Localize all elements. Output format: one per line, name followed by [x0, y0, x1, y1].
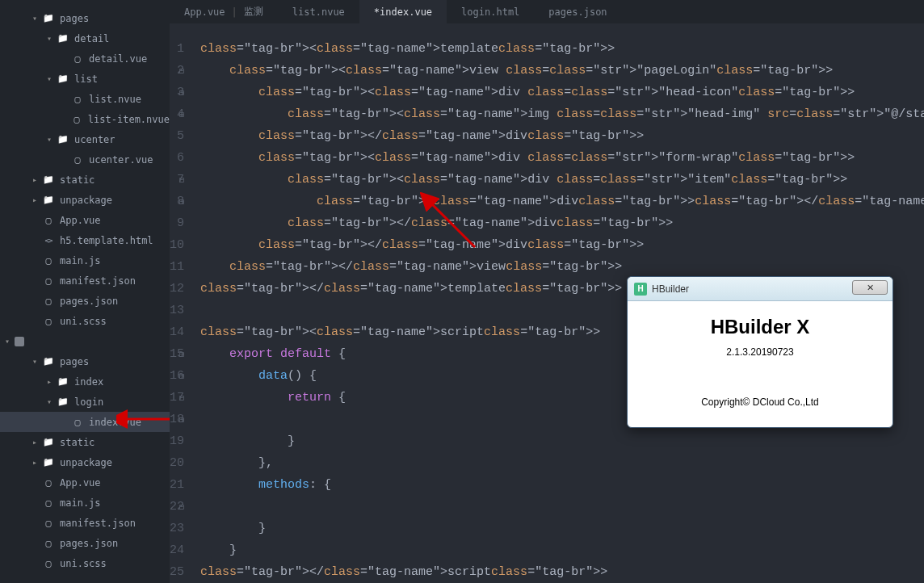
file-icon [42, 537, 55, 550]
file-icon [42, 214, 55, 227]
file-tree-sidebar[interactable]: pagesdetaildetail.vuelistlist.nvuelist-i… [0, 0, 170, 583]
tree-item-label: list [74, 73, 98, 85]
editor-tabs: App.vue | 监测 list.nvue *index.vue login.… [170, 0, 924, 23]
tab-label: pages.json [548, 6, 607, 18]
dialog-titlebar[interactable]: H HBuilder ✕ [628, 277, 892, 301]
tree-item-label: static [60, 437, 94, 448]
tree-item[interactable]: pages.json [0, 291, 170, 311]
tree-item-label: App.vue [60, 477, 101, 489]
tree-item[interactable]: uni.scss [0, 553, 170, 573]
tree-item-label: index.vue [89, 417, 141, 428]
tree-item[interactable]: ucenter [0, 129, 170, 149]
chevron-icon [32, 175, 42, 184]
tree-item-label: static [60, 174, 94, 186]
tab-label: App.vue [184, 6, 225, 18]
tab-pages-json[interactable]: pages.json [534, 0, 621, 23]
tab-label: login.html [461, 6, 519, 18]
tree-item-label: list-item.nvue [88, 114, 170, 125]
chevron-icon [47, 397, 57, 406]
tree-item-label: pages [60, 13, 89, 24]
chevron-icon [47, 34, 57, 43]
tab-sep: | [229, 6, 241, 18]
tree-item[interactable]: manifest.json [0, 513, 170, 533]
hbuilder-icon: H [634, 283, 647, 296]
line-gutter: 1⊟2⊟3⊟456⊟7⊟891011121314⊟15⊟16⊟17⊟181920… [170, 23, 192, 583]
tree-item-label: ucenter.vue [89, 154, 153, 166]
tab-list-nvue[interactable]: list.nvue [278, 0, 359, 23]
folder-icon [42, 436, 55, 449]
tree-item-label: login [74, 396, 103, 408]
tree-item[interactable]: main.js [0, 250, 170, 271]
tree-item[interactable]: list.nvue [0, 89, 170, 109]
tree-item[interactable]: index [0, 371, 170, 392]
tree-item[interactable]: uni.scss [0, 311, 170, 331]
tree-item[interactable]: App.vue [0, 472, 170, 493]
folder-icon [57, 32, 69, 45]
file-icon [42, 557, 55, 570]
tree-item[interactable]: index.vue [0, 412, 170, 432]
file-icon [42, 476, 55, 489]
chevron-icon [47, 74, 57, 83]
tab-label: *index.vue [374, 6, 432, 18]
tree-item-label: uni.scss [60, 558, 107, 569]
tree-item[interactable]: manifest.json [0, 271, 170, 291]
dialog-close-button[interactable]: ✕ [852, 280, 888, 295]
tree-item-label: pages.json [60, 296, 118, 307]
file-icon [71, 153, 84, 166]
tree-item-label: detail [74, 33, 109, 44]
chevron-icon [47, 377, 57, 386]
tree-item-label: manifest.json [60, 518, 136, 529]
tab-login-html[interactable]: login.html [447, 0, 534, 23]
tree-item[interactable]: detail.vue [0, 48, 170, 69]
dialog-title-text: HBuilder [652, 283, 689, 295]
tree-item-label: unpackage [60, 457, 112, 468]
tree-item[interactable]: static [0, 432, 170, 452]
tree-item[interactable]: unpackage [0, 452, 170, 472]
folder-icon [42, 194, 55, 207]
folder-icon [42, 355, 55, 368]
tree-item-label: pages [60, 356, 89, 367]
tree-item[interactable]: pages [0, 351, 170, 371]
code-icon [42, 234, 55, 247]
tree-item[interactable]: list [0, 69, 170, 89]
tree-item-label: main.js [60, 255, 101, 266]
tree-item-label: list.nvue [89, 94, 141, 105]
tree-item[interactable]: static [0, 170, 170, 190]
tree-item[interactable]: h5.template.html [0, 230, 170, 250]
folder-icon [42, 174, 55, 187]
folder-icon [57, 133, 69, 146]
file-icon [42, 295, 55, 308]
chevron-icon [32, 14, 42, 23]
folder-icon [57, 396, 69, 409]
tree-item-label: detail.vue [89, 53, 147, 65]
tree-item[interactable]: login [0, 392, 170, 412]
tab-label: list.nvue [292, 6, 345, 18]
tree-item[interactable]: pages.json [0, 533, 170, 553]
tree-item[interactable]: detail [0, 28, 170, 48]
tree-item-label: uni.scss [60, 316, 107, 327]
tree-item[interactable]: ucenter.vue [0, 149, 170, 170]
tree-item[interactable]: pages [0, 8, 170, 28]
chevron-icon [47, 135, 57, 144]
folder-icon [57, 73, 69, 86]
tree-item[interactable]: App.vue [0, 210, 170, 230]
folder-icon [57, 375, 69, 388]
file-icon [71, 416, 84, 429]
project-icon [15, 337, 24, 346]
tree-item-label: main.js [60, 497, 101, 509]
file-icon [71, 113, 83, 126]
file-icon [71, 52, 84, 65]
dialog-heading: HBuilder X [628, 316, 892, 338]
tree-item-label: h5.template.html [60, 235, 153, 246]
dialog-copyright: Copyright© DCloud Co.,Ltd [628, 396, 892, 408]
tab-index-vue[interactable]: *index.vue [359, 0, 447, 23]
tree-item[interactable]: main.js [0, 493, 170, 513]
chevron-icon [32, 357, 42, 366]
tree-item[interactable]: list-item.nvue [0, 109, 170, 129]
tab-app-vue[interactable]: App.vue | 监测 [170, 0, 278, 23]
folder-icon [42, 456, 55, 469]
chevron-icon [32, 458, 42, 467]
tree-item-label: manifest.json [60, 275, 136, 287]
project-root[interactable] [0, 331, 170, 351]
tree-item[interactable]: unpackage [0, 190, 170, 210]
